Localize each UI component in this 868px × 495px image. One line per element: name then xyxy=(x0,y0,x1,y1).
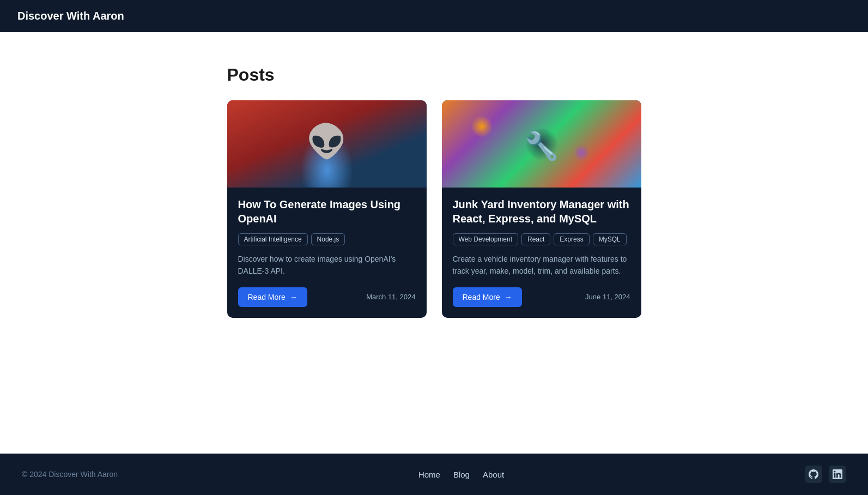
card-junkyard: Junk Yard Inventory Manager with React, … xyxy=(442,100,641,318)
content-area: Posts How To Generate Images Using OpenA… xyxy=(227,65,641,318)
card-openai-image xyxy=(227,100,427,188)
footer-nav-home[interactable]: Home xyxy=(418,470,440,479)
footer-nav-blog[interactable]: Blog xyxy=(453,470,470,479)
tag-artificial-intelligence: Artificial Intelligence xyxy=(238,233,308,245)
card-openai-title: How To Generate Images Using OpenAI xyxy=(238,197,416,226)
tag-nodejs: Node.js xyxy=(311,233,345,245)
main-content: Posts How To Generate Images Using OpenA… xyxy=(0,32,868,454)
site-title: Discover With Aaron xyxy=(17,10,124,22)
card-junkyard-title: Junk Yard Inventory Manager with React, … xyxy=(453,197,630,226)
card-junkyard-description: Create a vehicle inventory manager with … xyxy=(453,253,630,277)
card-openai: How To Generate Images Using OpenAI Arti… xyxy=(227,100,427,318)
site-footer: © 2024 Discover With Aaron Home Blog Abo… xyxy=(0,454,868,495)
footer-nav-about[interactable]: About xyxy=(483,470,504,479)
card-junkyard-body: Junk Yard Inventory Manager with React, … xyxy=(442,188,641,318)
arrow-icon: → xyxy=(505,293,512,301)
tag-express: Express xyxy=(554,233,589,245)
card-openai-footer: Read More → March 11, 2024 xyxy=(238,287,416,307)
github-icon[interactable] xyxy=(805,466,822,483)
read-more-button-openai[interactable]: Read More → xyxy=(238,287,307,307)
footer-icons xyxy=(805,466,846,483)
card-openai-date: March 11, 2024 xyxy=(366,293,415,301)
cards-row: How To Generate Images Using OpenAI Arti… xyxy=(227,100,641,318)
card-junkyard-date: June 11, 2024 xyxy=(585,293,630,301)
card-openai-description: Discover how to create images using Open… xyxy=(238,253,416,277)
tag-mysql: MySQL xyxy=(593,233,627,245)
card-openai-body: How To Generate Images Using OpenAI Arti… xyxy=(227,188,427,318)
read-more-button-junkyard[interactable]: Read More → xyxy=(453,287,522,307)
footer-copyright: © 2024 Discover With Aaron xyxy=(22,470,118,479)
tag-react: React xyxy=(521,233,550,245)
arrow-icon: → xyxy=(290,293,298,301)
card-junkyard-image xyxy=(442,100,641,188)
card-junkyard-footer: Read More → June 11, 2024 xyxy=(453,287,630,307)
card-junkyard-tags: Web Development React Express MySQL xyxy=(453,233,630,245)
linkedin-icon[interactable] xyxy=(829,466,846,483)
site-header: Discover With Aaron xyxy=(0,0,868,32)
footer-nav: Home Blog About xyxy=(418,470,504,479)
posts-heading: Posts xyxy=(227,65,641,85)
card-openai-tags: Artificial Intelligence Node.js xyxy=(238,233,416,245)
tag-web-development: Web Development xyxy=(453,233,519,245)
